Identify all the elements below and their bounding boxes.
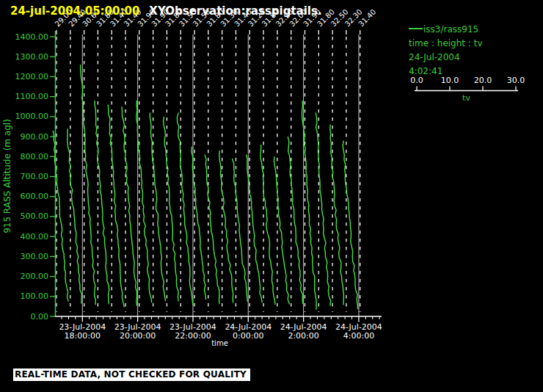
y-tick-label: 500.00: [21, 211, 49, 221]
pigtail-trace-18: [288, 137, 303, 304]
pigtail-trace-20: [316, 112, 330, 305]
title-datetime: 24-jul-2004,05:00:00: [10, 4, 139, 18]
y-tick-label: 900.00: [21, 132, 49, 142]
tv-scale-tick-label: 30.0: [507, 76, 525, 85]
legend: iss3/rass915 time : height : tv 24-Jul-2…: [409, 23, 483, 79]
y-tick-label: 300.00: [21, 252, 49, 261]
x-tick-time: 18:00:00: [65, 331, 101, 341]
page-title: 24-jul-2004,05:00:00XYObservation:rasspi…: [10, 4, 322, 18]
pigtail-trace-2: [68, 128, 82, 304]
tv-scale-tick-label: 10.0: [441, 76, 459, 85]
y-tick-label: 1300.00: [15, 52, 49, 62]
pigtail-trace-4: [95, 101, 109, 304]
legend-line-sample-icon: [409, 28, 423, 29]
pigtail-traces: [53, 65, 357, 310]
y-tick-label: 700.00: [21, 172, 49, 181]
y-axis: 0.00100.00200.00300.00400.00500.00600.00…: [2, 31, 56, 322]
y-tick-label: 200.00: [21, 272, 49, 281]
pigtail-trace-17: [274, 156, 289, 304]
y-tick-label: 800.00: [21, 152, 49, 161]
y-tick-label: 400.00: [21, 232, 49, 242]
legend-mapping: time : height : tv: [409, 37, 483, 51]
pigtail-trace-10: [177, 112, 193, 305]
tv-scale-tick-label: 20.0: [474, 76, 492, 85]
pigtail-trace-5: [108, 105, 124, 308]
legend-series-row: iss3/rass915: [409, 23, 483, 37]
pigtail-trace-11: [192, 147, 206, 300]
y-tick-label: 1000.00: [15, 112, 49, 121]
pigtail-time-gridlines: [57, 30, 360, 312]
pigtail-trace-16: [260, 145, 275, 305]
y-tick-label: 1100.00: [15, 92, 49, 101]
pigtail-trace-13: [219, 150, 233, 302]
pigtail-trace-12: [205, 155, 219, 305]
legend-series-label: iss3/rass915: [423, 24, 478, 35]
pigtail-trace-14: [232, 159, 247, 302]
pigtail-trace-22: [343, 141, 357, 310]
y-tick-label: 1400.00: [15, 32, 49, 42]
pigtail-trace-7: [136, 101, 152, 302]
x-tick-time: 22:00:00: [175, 331, 211, 341]
x-tick-time: 0:00:00: [233, 331, 263, 341]
x-tick-time: 2:00:00: [288, 331, 318, 341]
pigtail-trace-19: [302, 101, 317, 310]
x-axis: 23-Jul-200418:00:0023-Jul-200420:00:0023…: [55, 316, 382, 347]
y-tick-label: 100.00: [21, 291, 49, 301]
x-tick-time: 4:00:00: [343, 331, 374, 341]
tv-scale-tick-label: 0.0: [410, 76, 423, 85]
legend-date: 24-Jul-2004: [409, 51, 483, 65]
pigtail-trace-6: [122, 106, 137, 306]
y-tick-label: 600.00: [21, 192, 49, 201]
pigtail-trace-8: [150, 112, 165, 301]
tv-scale-title: tv: [462, 93, 470, 103]
pigtail-trace-9: [164, 117, 179, 301]
title-text: XYObservation:rasspigtails.: [149, 4, 321, 18]
quality-banner: REAL-TIME DATA, NOT CHECKED FOR QUALITY: [13, 369, 250, 381]
y-tick-label: 1200.00: [15, 72, 49, 81]
x-tick-time: 20:00:00: [120, 331, 156, 341]
y-tick-label: 0.00: [31, 312, 49, 322]
x-axis-title: time: [211, 339, 228, 347]
y-axis-title: 915 RASS Altitude (m agl): [2, 119, 12, 233]
plot-window: 29.0029.4030.6031.8031.4031.4031.9031.90…: [0, 0, 543, 392]
tv-scalebar: 0.010.020.030.0tv: [402, 73, 534, 106]
